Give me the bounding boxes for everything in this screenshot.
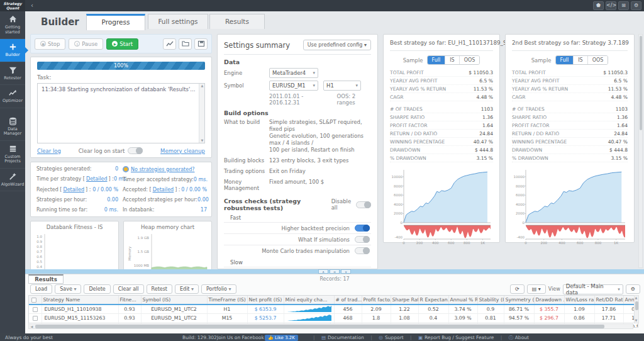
row-checkbox[interactable]: [33, 307, 38, 312]
timeframe-select[interactable]: H1▾: [323, 81, 361, 91]
sample-option-oos[interactable]: OOS: [587, 56, 608, 64]
bug-icon[interactable]: ⬟: [593, 1, 604, 10]
hscroll-left-icon[interactable]: ◀: [29, 324, 35, 329]
splitter-button-1[interactable]: =: [330, 269, 340, 274]
results-hscrollbar[interactable]: ◀: [28, 323, 633, 329]
sidebar-item-custom-projects[interactable]: Custom Projects: [0, 141, 25, 169]
results-retest-button[interactable]: Retest: [147, 284, 172, 294]
sidebar-collapse-button[interactable]: ‹: [28, 1, 36, 10]
column-header[interactable]: Stability (IS): [477, 296, 504, 305]
results-vscrollbar[interactable]: ▲▼: [634, 295, 639, 323]
sample-option-full[interactable]: Full: [556, 56, 574, 64]
column-header[interactable]: Symmetry (...: [504, 296, 534, 305]
sidebar-item-retester[interactable]: Retester: [0, 62, 25, 86]
save-settings-button[interactable]: [194, 38, 208, 50]
sample-option-is[interactable]: IS: [573, 56, 587, 64]
column-header[interactable]: # of trad...: [334, 296, 362, 305]
column-header[interactable]: Symbol (IS): [141, 296, 207, 305]
splitter-button-2[interactable]: ∨: [341, 269, 351, 274]
tab-progress[interactable]: Progress: [86, 14, 145, 30]
footer-link-report-bug-suggest-feature[interactable]: Report Bug / Suggest Feature: [425, 335, 494, 340]
crosscheck-toggle[interactable]: [355, 225, 370, 232]
footer-link-support[interactable]: Support: [385, 335, 404, 340]
refresh-button[interactable]: ⟳: [510, 284, 525, 294]
sidebar-item-data-manager[interactable]: Data Manager: [0, 113, 25, 141]
column-header[interactable]: Mini equity cha...: [284, 296, 334, 305]
results-delete-button[interactable]: Delete: [84, 284, 110, 294]
disable-all-toggle[interactable]: [356, 201, 371, 208]
column-header[interactable]: Fitne...: [118, 296, 141, 305]
column-header[interactable]: Drawdown ...: [534, 296, 564, 305]
results-load-button[interactable]: Load: [30, 284, 52, 294]
export-button[interactable]: ▤ ▾: [527, 284, 546, 294]
footer-link-documentation[interactable]: Documentation: [328, 335, 364, 340]
vscroll-down-icon[interactable]: ▼: [634, 318, 638, 323]
sidebar-item-builder[interactable]: Builder: [0, 39, 25, 62]
select-all-header[interactable]: [29, 296, 42, 305]
view-select[interactable]: Default - Main data▾: [563, 284, 623, 294]
clear-log-on-start-toggle[interactable]: [128, 147, 143, 154]
results-clear-all-button[interactable]: Clear all: [113, 284, 144, 294]
task-log[interactable]: 11:34:38 Starting synchronization of dat…: [37, 83, 205, 143]
footer-link-about[interactable]: About: [515, 335, 529, 340]
sidebar-item-optimizer[interactable]: Optimizer: [0, 85, 25, 108]
crosscheck-toggle[interactable]: [355, 247, 370, 254]
detailed-link[interactable]: Detailed: [63, 187, 84, 193]
load-settings-button[interactable]: [179, 38, 192, 50]
svg-text:1.5 GB: 1.5 GB: [137, 250, 149, 254]
cell-value: 3.09 %: [454, 315, 471, 321]
column-header[interactable]: R Expectan...: [418, 296, 448, 305]
select-all-checkbox[interactable]: [31, 298, 36, 303]
memory-cleanup-link[interactable]: Memory cleanup: [160, 148, 205, 154]
engine-select[interactable]: MetaTrader4▾: [269, 68, 318, 78]
facebook-link[interactable]: Join Us on Facebook: [217, 335, 264, 340]
pause-button[interactable]: ‖Pause: [69, 38, 103, 50]
results-portfolio-button[interactable]: Portfolio ▾: [201, 284, 236, 294]
settings-icon[interactable]: ⚙: [631, 1, 641, 10]
content-scrollbar[interactable]: [638, 34, 643, 268]
column-header[interactable]: TimeFrame (IS): [207, 296, 247, 305]
scroll-up-icon[interactable]: ▲: [200, 84, 204, 88]
use-predefined-config-button[interactable]: Use predefined config ▾: [303, 40, 371, 50]
scroll-down-icon[interactable]: ▼: [200, 138, 204, 143]
table-row[interactable]: EURUSD_M15_111532630.93EURUSD_M1_UTC2M15…: [29, 314, 638, 323]
column-header[interactable]: Profit facto...: [362, 296, 391, 305]
facebook-like-button[interactable]: 👍 Like 3.2K: [265, 335, 298, 341]
results-save-button[interactable]: Save ▾: [55, 284, 81, 294]
column-header[interactable]: Net profit (IS): [247, 296, 284, 305]
splitter-button-0[interactable]: ∧: [318, 269, 328, 274]
crosscheck-toggle[interactable]: [355, 236, 370, 243]
detailed-link[interactable]: Detailed: [86, 176, 108, 182]
tab-results[interactable]: Results: [209, 14, 265, 29]
table-cell: [29, 314, 42, 323]
cell-value: 0.4: [430, 315, 437, 321]
start-button[interactable]: ▶Start: [106, 38, 138, 50]
tab-full-settings[interactable]: Full settings: [148, 14, 208, 29]
table-settings-button[interactable]: ⚙: [626, 284, 640, 294]
symbol-select[interactable]: EURUSD_M1▾: [269, 81, 318, 91]
stop-button[interactable]: ■Stop: [35, 38, 65, 50]
sample-option-full[interactable]: Full: [428, 56, 445, 64]
results-edit-button[interactable]: Edit ▾: [175, 284, 199, 294]
log-scrollbar[interactable]: ▲▼: [199, 84, 204, 143]
column-header[interactable]: Sharpe Rati...: [391, 296, 418, 305]
row-checkbox[interactable]: [33, 316, 38, 321]
modules-icon[interactable]: ⊞: [618, 1, 629, 10]
no-strategies-help-link[interactable]: No strategies generated?: [131, 167, 194, 172]
sidebar-item-getting-started[interactable]: Getting started: [0, 11, 25, 39]
clear-log-link[interactable]: Clear log: [37, 148, 61, 154]
sample-option-oos[interactable]: OOS: [459, 56, 480, 64]
vscroll-up-icon[interactable]: ▲: [634, 296, 638, 300]
sidebar-item-algowizard[interactable]: AlgoWizard: [0, 169, 25, 192]
panel-splitter[interactable]: ∧=∨: [25, 269, 644, 274]
column-header[interactable]: Ret/DD Rati...: [594, 296, 623, 305]
column-header[interactable]: Annual % R...: [448, 296, 477, 305]
sample-option-is[interactable]: IS: [445, 56, 458, 64]
strategy-stat-label: DRAWDOWN: [390, 147, 420, 153]
table-row[interactable]: EURUSD_H1_110109380.93EURUSD_M1_UTC2H1$ …: [29, 305, 638, 314]
column-header[interactable]: Strategy Name: [42, 296, 118, 305]
code-icon[interactable]: </>: [606, 1, 616, 10]
show-chart-button[interactable]: [163, 38, 176, 50]
column-header[interactable]: Win/Loss ra...: [564, 296, 594, 305]
detailed-link[interactable]: Detailed: [153, 187, 174, 193]
